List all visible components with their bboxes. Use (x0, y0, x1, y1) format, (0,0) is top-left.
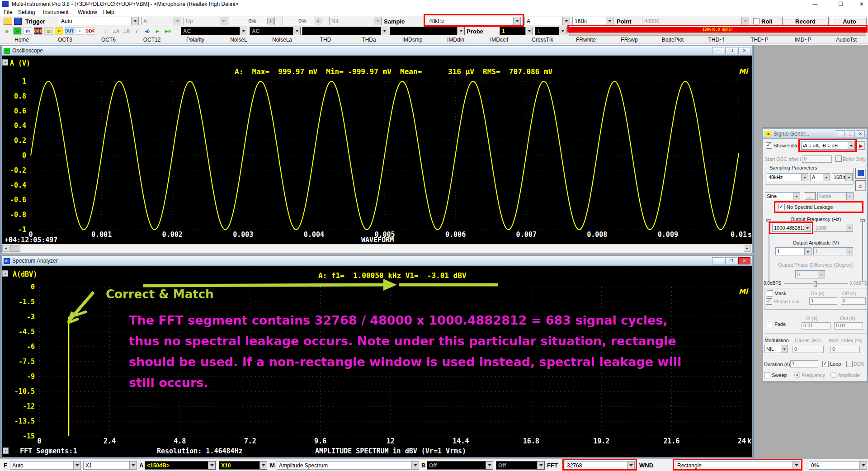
siggen-channel-dropdown[interactable]: A (810, 173, 830, 181)
dds-checkbox[interactable] (846, 361, 853, 367)
spectrum-minimize-button[interactable]: — (712, 257, 724, 264)
duration-input[interactable]: 1 (790, 360, 818, 367)
range-a-dropdown[interactable] (302, 27, 388, 35)
oscilloscope-minimize-button[interactable]: — (712, 47, 724, 54)
echo-only-checkbox[interactable] (835, 155, 842, 162)
trigger-marker-b-icon[interactable]: ⊥B (122, 27, 131, 35)
fft-size-dropdown[interactable]: 32768 (565, 461, 635, 470)
tab-oct6[interactable]: OCT6 (87, 37, 130, 43)
no-spectral-leakage-checkbox[interactable] (778, 204, 785, 210)
x-axis-multiplier-dropdown[interactable]: X1 (83, 461, 137, 470)
run-stop-icon[interactable]: ● (3, 27, 11, 35)
hpf-dropdown[interactable]: NIL (329, 17, 382, 25)
gain-a-dropdown[interactable]: X10 (219, 461, 267, 470)
tab-thd[interactable]: THD (304, 37, 347, 43)
mod-index-input[interactable]: 0 (830, 346, 860, 353)
oscilloscope-channel-up-button[interactable]: ▲ (2, 59, 8, 66)
tab-noisel[interactable]: NoiseL (217, 37, 260, 43)
menu-file[interactable]: File (4, 9, 12, 15)
carrier-input[interactable]: 0 (793, 346, 824, 353)
probe-b-dropdown[interactable]: 1 (535, 27, 566, 35)
oscilloscope-hscrollbar[interactable]: ◄ ► (2, 244, 752, 253)
tab-frswp[interactable]: FRswp (608, 37, 651, 43)
probe-a-dropdown[interactable]: 1 (500, 27, 533, 35)
ddp-viewer-icon[interactable]: DDP (86, 27, 94, 35)
tab-thdp[interactable]: THD~P (738, 37, 781, 43)
multimeter-icon[interactable]: 888 (34, 27, 42, 35)
wave-more-button[interactable]: ... (804, 192, 816, 200)
auto-button[interactable]: Auto (832, 17, 867, 26)
tab-thda[interactable]: THDa (347, 37, 391, 43)
sound-output-icon[interactable]: ◀) (143, 27, 151, 35)
output-level-thumb-a[interactable] (766, 219, 771, 222)
tab-imdp[interactable]: IMD~P (781, 37, 825, 43)
spectrum-combo-button[interactable]: ▼ (3, 447, 9, 454)
start-osc-input[interactable]: 0 (802, 155, 832, 163)
tab-oct12[interactable]: OCT12 (130, 37, 174, 43)
view-mode-dropdown[interactable]: Amplitude Spectrum (277, 461, 419, 470)
mask-checkbox[interactable] (767, 290, 773, 297)
tab-noisela[interactable]: NoiseLa (260, 37, 304, 43)
trigger-mode-dropdown[interactable]: Auto (59, 17, 139, 25)
oscilloscope-title-bar[interactable]: ~ Oscilloscope — ❐ ✕ (2, 46, 752, 56)
sweep-checkbox[interactable] (764, 372, 770, 378)
sweep-amplitude-radio[interactable] (830, 372, 836, 378)
output-frequency-a-dropdown[interactable]: 1000.4882812 (772, 224, 811, 232)
signal-generator-title-bar[interactable]: ≈ Signal Gener... — □ ✕ (763, 129, 867, 139)
phase-lock-checkbox[interactable] (766, 298, 772, 305)
output-frequency-b-dropdown[interactable]: 1000 (814, 224, 853, 232)
routing-dropdown[interactable]: iA = oA, iB = oB (801, 141, 855, 150)
siggen-play-button[interactable]: ▶ (857, 141, 865, 150)
maximize-button[interactable]: ❐ (834, 1, 848, 7)
spectrum-restore-button[interactable]: ❐ (725, 257, 737, 264)
loop-checkbox[interactable] (822, 361, 829, 367)
output-amplitude-a-dropdown[interactable]: 1 (775, 247, 811, 255)
trigger-delay-spinner[interactable]: 0%▲▼ (283, 17, 322, 25)
window-function-dropdown[interactable]: Rectangle (675, 461, 800, 470)
oscilloscope-restore-button[interactable]: ❐ (725, 47, 737, 54)
tab-imddin[interactable]: IMDdin (434, 37, 477, 43)
tab-thdf[interactable]: THD~f (694, 37, 738, 43)
spectrum-title-bar[interactable]: ılı Spectrum Analyzer — ❐ ✕ (2, 256, 752, 266)
record-length-dropdown[interactable]: 48000 (642, 17, 749, 25)
range-b-dropdown[interactable] (390, 27, 465, 35)
output-level-thumb-b[interactable] (860, 219, 865, 222)
output-level-slider-a[interactable] (769, 219, 769, 282)
tab-home[interactable]: Home (0, 37, 43, 43)
siggen-music-icon[interactable]: ♬ (855, 180, 866, 191)
siggen-minimize-button[interactable]: — (836, 130, 845, 137)
overlap-dropdown[interactable]: 0% (809, 461, 867, 470)
device-test-plan-icon[interactable]: DUT (65, 27, 74, 35)
mute-icon[interactable]: ♪ (101, 27, 110, 35)
menu-instrument[interactable]: Instrument (43, 9, 69, 15)
scroll-thumb[interactable] (10, 245, 20, 252)
tab-polarity[interactable]: Polarity (174, 37, 217, 43)
coupling-a-dropdown[interactable]: AC (181, 27, 247, 35)
trigger-source-dropdown[interactable]: A (141, 17, 181, 25)
menu-help[interactable]: Help (103, 9, 114, 15)
spectrum-3d-plot-icon[interactable]: ▤ (44, 27, 53, 35)
fade-in-input[interactable]: 0.01 (802, 322, 830, 330)
scroll-left-icon[interactable]: ◄ (2, 245, 9, 252)
probe-calibration-icon[interactable]: ∕ (132, 27, 141, 35)
tab-frwhite[interactable]: FRwhite (564, 37, 608, 43)
siggen-restore-button[interactable]: □ (846, 130, 855, 137)
menu-window[interactable]: Window (78, 9, 97, 15)
siggen-rate-dropdown[interactable]: 48kHz (767, 173, 808, 181)
scroll-right-icon[interactable]: ► (744, 245, 751, 252)
siggen-close-button[interactable]: ✕ (856, 130, 865, 137)
tab-audiotst[interactable]: AudioTst (825, 37, 868, 43)
frequency-mode-dropdown[interactable]: Auto (10, 461, 81, 470)
sweep-frequency-radio[interactable] (794, 372, 800, 378)
open-file-icon[interactable] (4, 18, 12, 25)
wave-shape-b-dropdown[interactable]: None (817, 192, 854, 200)
output-level-slider-b[interactable] (862, 219, 863, 282)
spectrum-channel-up-button[interactable]: ▲ (2, 270, 8, 277)
sampling-rate-dropdown[interactable]: 48kHz (427, 17, 521, 25)
output-amplitude-b-dropdown[interactable]: 1 (813, 247, 853, 255)
close-button[interactable]: ✕ (856, 1, 868, 7)
minimize-button[interactable]: — (808, 1, 822, 7)
mask-off-input[interactable]: 0 (841, 297, 866, 305)
mask-on-input[interactable]: 1 (809, 297, 837, 305)
tab-imdccif[interactable]: IMDccif (477, 37, 521, 43)
